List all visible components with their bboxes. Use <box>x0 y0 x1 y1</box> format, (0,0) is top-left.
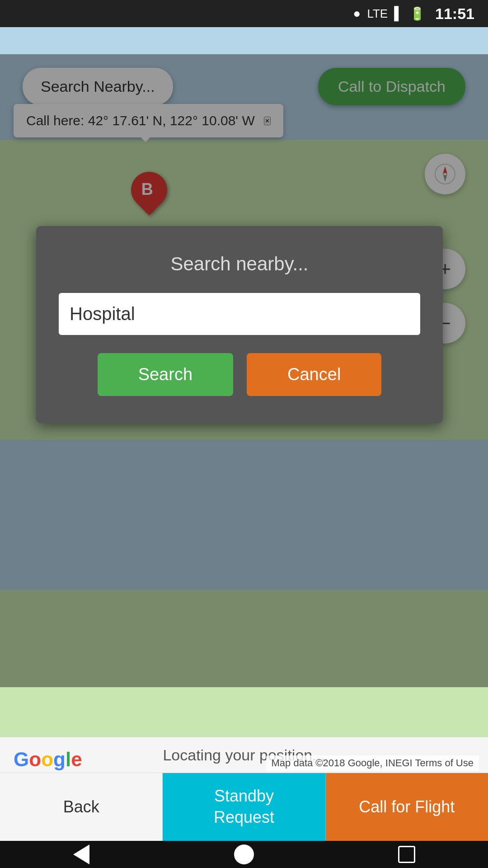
google-o1: o <box>29 748 41 771</box>
lte-icon: LTE <box>367 7 388 21</box>
home-system-icon <box>234 844 254 864</box>
system-nav <box>0 841 488 868</box>
search-dialog: Search nearby... Search Cancel <box>36 226 443 423</box>
home-system-button[interactable] <box>233 843 255 866</box>
search-dialog-title: Search nearby... <box>59 253 420 275</box>
google-l: l <box>66 748 71 771</box>
back-button[interactable]: Back <box>0 773 163 841</box>
battery-icon: 🔋 <box>409 6 425 21</box>
google-g2: g <box>53 748 66 771</box>
google-g: G <box>14 748 29 771</box>
google-e: e <box>71 748 82 771</box>
standby-label: StandbyRequest <box>214 786 274 828</box>
location-icon: ● <box>353 6 361 21</box>
google-logo: G o o g l e <box>14 748 82 771</box>
recent-system-button[interactable] <box>395 843 418 866</box>
back-system-icon <box>73 844 89 864</box>
search-input[interactable] <box>59 293 420 335</box>
map-area: Seattle WASHINGTON OREGON IDAHO San Fran… <box>0 27 488 778</box>
bottom-nav: Back StandbyRequest Call for Flight <box>0 773 488 841</box>
call-for-flight-button[interactable]: Call for Flight <box>326 773 488 841</box>
status-bar: ● LTE ▌ 🔋 11:51 <box>0 0 488 27</box>
status-time: 11:51 <box>435 5 474 23</box>
standby-request-button[interactable]: StandbyRequest <box>163 773 325 841</box>
recent-system-icon <box>398 846 415 863</box>
dialog-buttons: Search Cancel <box>59 353 420 396</box>
back-system-button[interactable] <box>70 843 93 866</box>
google-o2: o <box>41 748 53 771</box>
modal-overlay: Search nearby... Search Cancel <box>0 54 488 687</box>
signal-icon: ▌ <box>394 6 403 21</box>
dialog-cancel-button[interactable]: Cancel <box>247 353 381 396</box>
map-attribution: Map data ©2018 Google, INEGI Terms of Us… <box>266 755 479 771</box>
dialog-search-button[interactable]: Search <box>98 353 233 396</box>
